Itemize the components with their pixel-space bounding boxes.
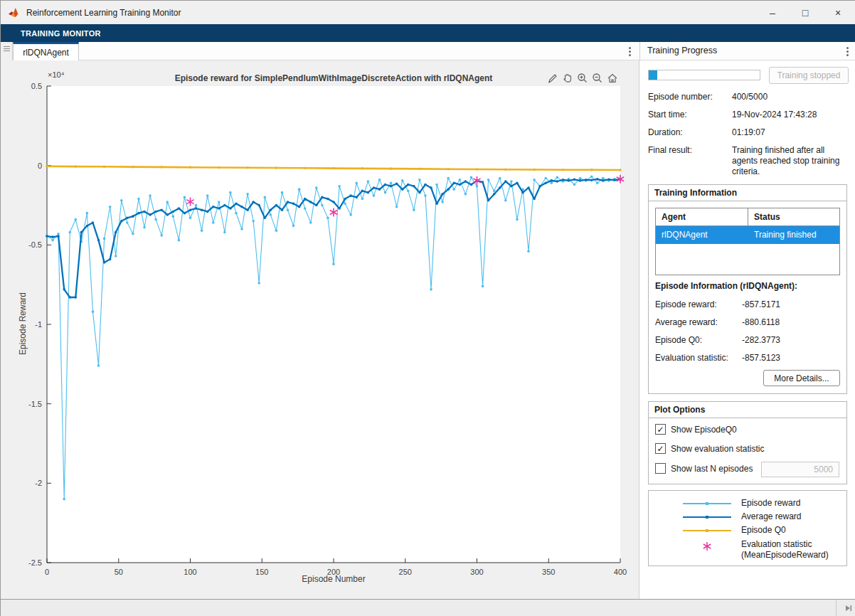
- summary-row: Duration:01:19:07: [648, 127, 841, 138]
- legend-label: Evaluation statistic (MeanEpisodeReward): [741, 539, 842, 561]
- start-time-label: Start time:: [648, 110, 732, 120]
- svg-text:-2: -2: [35, 479, 42, 487]
- average-reward-value: -880.6118: [742, 317, 780, 327]
- average-reward-row: Average reward:-880.6118: [655, 317, 780, 327]
- matlab-logo-icon: [8, 7, 21, 18]
- legend-item-average-reward: Average reward: [649, 511, 846, 523]
- y-axis-label: Episode Reward: [18, 270, 28, 377]
- pan-hand-icon[interactable]: [561, 72, 574, 85]
- last-n-episodes-input[interactable]: [761, 462, 839, 477]
- svg-text:-0.5: -0.5: [28, 240, 42, 249]
- legend-item-evaluation-statistic: Evaluation statistic (MeanEpisodeReward): [649, 539, 846, 562]
- episode-reward-swatch: [683, 503, 731, 504]
- training-information-group: Training Information Agent Status rlDQNA…: [648, 184, 847, 394]
- panel-options-kebab-icon[interactable]: [841, 43, 853, 59]
- chart-legend: Episode reward Average reward Episode Q0…: [648, 490, 847, 566]
- average-reward-swatch: [683, 516, 731, 518]
- plot-options-title: Plot Options: [649, 402, 846, 418]
- legend-label: Average reward: [741, 511, 842, 522]
- zoom-out-icon[interactable]: [591, 72, 604, 85]
- right-panel-title: Training Progress: [647, 46, 717, 55]
- table-header-row: Agent Status: [656, 208, 839, 226]
- duration-label: Duration:: [648, 127, 732, 137]
- show-evaluation-statistic-label: Show evaluation statistic: [671, 444, 764, 454]
- status-cell: Training finished: [748, 226, 839, 244]
- legend-item-episode-reward: Episode reward: [649, 498, 846, 509]
- episode-information-title: Episode Information (rlDQNAgent):: [655, 281, 797, 291]
- svg-text:-1: -1: [35, 320, 42, 329]
- svg-text:0: 0: [38, 161, 42, 170]
- episode-number-value: 400/5000: [732, 92, 841, 102]
- summary-row: Start time:19-Nov-2024 17:43:28: [648, 110, 841, 120]
- evaluation-statistic-row: Evaluation statistic:-857.5123: [655, 353, 780, 363]
- toolstrip-ribbon: TRAINING MONITOR: [1, 24, 855, 42]
- tab-rldqnagent[interactable]: rlDQNAgent: [13, 42, 79, 60]
- final-result-label: Final result:: [648, 145, 732, 155]
- agent-column-header[interactable]: Agent: [656, 208, 748, 225]
- episode-q0-swatch: [683, 530, 731, 531]
- episode-number-label: Episode number:: [648, 92, 732, 102]
- episode-q0-row: Episode Q0:-282.3773: [655, 335, 780, 345]
- svg-text:0.5: 0.5: [31, 82, 42, 90]
- final-result-value: Training finished after all agents reach…: [732, 145, 841, 177]
- svg-text:-1.5: -1.5: [28, 400, 42, 408]
- title-bar: Reinforcement Learning Training Monitor: [1, 1, 855, 24]
- evaluation-statistic-value: -857.5123: [742, 353, 780, 363]
- duration-value: 01:19:07: [732, 127, 841, 138]
- agent-status-table: Agent Status rlDQNAgent Training finishe…: [655, 208, 840, 275]
- restore-view-home-icon[interactable]: [606, 72, 619, 85]
- minimize-button[interactable]: –: [756, 1, 789, 24]
- show-evaluation-statistic-checkbox[interactable]: ✓: [655, 443, 666, 454]
- show-episodeq0-checkbox[interactable]: ✓: [655, 424, 666, 435]
- training-stopped-button[interactable]: Training stopped: [769, 67, 849, 84]
- evaluation-statistic-asterisk-icon: [701, 541, 713, 552]
- show-episodeq0-option[interactable]: ✓ Show EpisodeQ0: [655, 424, 737, 435]
- ribbon-tab-training-monitor[interactable]: TRAINING MONITOR: [21, 29, 101, 38]
- evaluation-statistic-label: Evaluation statistic:: [655, 353, 742, 363]
- chart-panel: Episode reward for SimplePendlumWithImag…: [1, 60, 639, 599]
- agent-cell: rlDQNAgent: [656, 226, 748, 244]
- zoom-in-icon[interactable]: [576, 72, 589, 85]
- close-button[interactable]: ×: [822, 1, 854, 24]
- export-icon[interactable]: [546, 72, 559, 85]
- episode-q0-label: Episode Q0:: [655, 335, 742, 345]
- training-progress-header: Training Progress: [639, 42, 855, 60]
- svg-text:-2.5: -2.5: [28, 558, 42, 567]
- more-details-button[interactable]: More Details...: [763, 370, 840, 386]
- episode-q0-value: -282.3773: [742, 335, 780, 345]
- show-episodeq0-label: Show EpisodeQ0: [671, 425, 737, 435]
- expand-right-icon[interactable]: [844, 603, 854, 613]
- grip-lines-icon: [4, 46, 10, 53]
- axes-toolbar: [546, 72, 619, 85]
- episode-reward-row: Episode reward:-857.5171: [655, 299, 780, 309]
- show-last-n-episodes-label: Show last N episodes: [671, 464, 753, 474]
- window-title: Reinforcement Learning Training Monitor: [26, 8, 181, 18]
- show-last-n-episodes-checkbox[interactable]: ✓: [655, 463, 666, 474]
- legend-label: Episode Q0: [741, 525, 842, 536]
- episode-reward-label: Episode reward:: [655, 299, 742, 309]
- progress-bar-fill: [649, 70, 657, 80]
- legend-item-episode-q0: Episode Q0: [649, 525, 846, 536]
- average-reward-label: Average reward:: [655, 317, 742, 327]
- document-tab-strip: rlDQNAgent: [1, 42, 639, 60]
- progress-bar: [648, 70, 760, 80]
- show-last-n-episodes-option[interactable]: ✓ Show last N episodes: [655, 463, 753, 474]
- training-progress-panel: Training stopped Episode number:400/5000…: [639, 60, 855, 599]
- status-bar: [1, 599, 855, 616]
- app-window: Reinforcement Learning Training Monitor …: [0, 0, 855, 616]
- status-column-header[interactable]: Status: [748, 208, 839, 225]
- tab-options-kebab-icon[interactable]: [624, 43, 635, 59]
- table-row-selected[interactable]: rlDQNAgent Training finished: [656, 226, 839, 244]
- summary-row: Episode number:400/5000: [648, 92, 841, 102]
- tab-label: rlDQNAgent: [23, 48, 69, 58]
- x-axis-label: Episode Number: [47, 574, 620, 584]
- episode-reward-value: -857.5171: [742, 299, 780, 309]
- legend-label: Episode reward: [741, 498, 842, 509]
- show-evaluation-statistic-option[interactable]: ✓ Show evaluation statistic: [655, 443, 764, 454]
- summary-row: Final result:Training finished after all…: [648, 145, 841, 177]
- panel-handle[interactable]: [1, 42, 13, 60]
- maximize-button[interactable]: □: [789, 1, 822, 24]
- start-time-value: 19-Nov-2024 17:43:28: [732, 110, 841, 120]
- plot-options-group: Plot Options ✓ Show EpisodeQ0 ✓ Show eva…: [648, 401, 847, 484]
- reward-chart[interactable]: 0501001502002503003504000.50-0.5-1-1.5-2…: [1, 60, 639, 599]
